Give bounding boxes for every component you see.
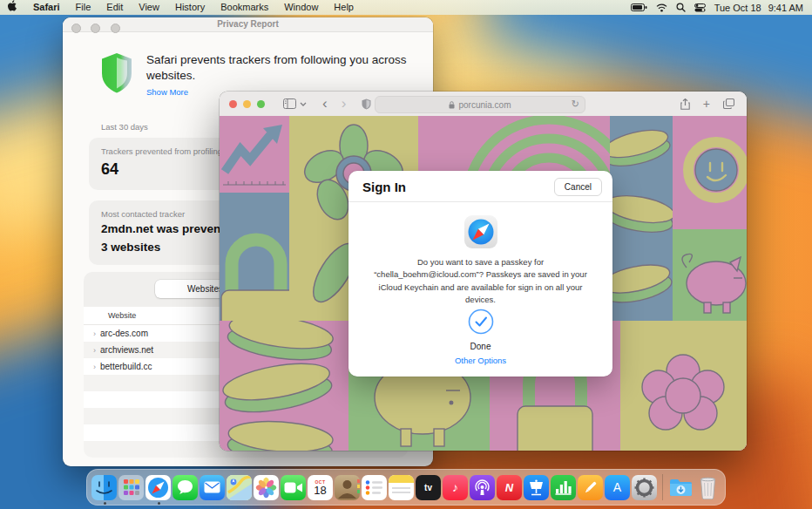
dock-finder-icon[interactable] (91, 475, 117, 500)
confirm-check-icon[interactable] (468, 309, 494, 338)
search-icon[interactable] (676, 3, 686, 12)
website-name: archviews.net (100, 345, 153, 355)
share-icon[interactable] (680, 98, 690, 110)
safari-app-icon (464, 214, 498, 253)
menu-bar-status: Tue Oct 18 9:41 AM (631, 3, 812, 13)
privacy-titlebar[interactable]: Privacy Report (63, 17, 433, 32)
menu-bar: Safari File Edit View History Bookmarks … (0, 0, 812, 15)
menu-item-edit[interactable]: Edit (98, 0, 131, 15)
url-text: porcunia.com (458, 100, 511, 110)
safari-window: ‹ › porcunia.com ↻ + (220, 92, 747, 451)
appstore-label: A (613, 480, 621, 494)
website-name: betterbuild.cc (100, 362, 152, 371)
tab-overview-icon[interactable] (723, 98, 734, 109)
control-center-icon[interactable] (694, 3, 706, 12)
done-label: Done (348, 342, 612, 351)
dock-notes-icon[interactable] (389, 475, 414, 500)
dialog-body-text: Do you want to save a passkey for “chell… (363, 256, 598, 306)
period-label: Last 30 days (101, 122, 148, 132)
dock-tv-icon[interactable]: tv (416, 475, 441, 500)
dock: OCT 18 tv ♪ N A (86, 469, 726, 506)
dock-mail-icon[interactable] (200, 475, 225, 500)
sidebar-icon[interactable] (283, 98, 296, 109)
safari-toolbar: ‹ › porcunia.com ↻ + (220, 92, 747, 117)
sign-in-dialog: Sign In Cancel Do you want to save a pas… (348, 171, 612, 377)
dock-safari-icon[interactable] (145, 475, 171, 500)
apple-menu-icon[interactable] (0, 0, 25, 16)
privacy-shield-toolbar-icon[interactable] (362, 98, 371, 110)
menu-item-view[interactable]: View (131, 0, 167, 15)
toolbar-right-group: + (680, 92, 734, 116)
menu-item-bookmarks[interactable]: Bookmarks (213, 0, 276, 15)
apple-logo-icon (8, 0, 17, 11)
dock-downloads-icon[interactable] (668, 475, 694, 500)
dock-photos-icon[interactable] (254, 475, 279, 500)
dock-facetime-icon[interactable] (281, 475, 306, 500)
chevron-down-icon[interactable] (300, 102, 307, 106)
dock-trash-icon[interactable] (695, 475, 721, 500)
dock-music-icon[interactable]: ♪ (443, 475, 468, 500)
lock-icon (449, 101, 455, 109)
tile-lock-arch (220, 193, 289, 321)
menu-clock[interactable]: Tue Oct 18 9:41 AM (714, 3, 803, 13)
dock-reminders-icon[interactable] (362, 475, 387, 500)
tv-label: tv (424, 483, 432, 492)
tile-chart-arrow (220, 116, 289, 193)
privacy-window-title: Privacy Report (63, 19, 433, 29)
new-tab-icon[interactable]: + (703, 97, 710, 111)
battery-icon[interactable] (631, 3, 647, 11)
tile-pink-flower (620, 321, 747, 451)
website-name: arc-des.com (100, 329, 148, 338)
dock-contacts-icon[interactable] (335, 475, 360, 500)
tile-falling-coins (610, 116, 673, 321)
news-label: N (505, 481, 513, 494)
safari-running-indicator (158, 502, 160, 505)
other-options-link[interactable]: Other Options (348, 356, 612, 365)
dock-launchpad-icon[interactable] (118, 475, 144, 500)
safari-traffic-lights (229, 100, 271, 108)
disclosure-icon[interactable]: › (84, 329, 96, 338)
dock-news-icon[interactable]: N (497, 475, 522, 500)
dialog-title: Sign In (362, 180, 406, 194)
menu-time: 9:41 AM (768, 3, 803, 13)
wifi-icon[interactable] (656, 3, 667, 12)
privacy-headline: Safari prevents trackers from following … (146, 52, 412, 84)
menu-item-window[interactable]: Window (276, 0, 326, 15)
dock-settings-icon[interactable] (632, 475, 657, 500)
menu-item-history[interactable]: History (167, 0, 213, 15)
calendar-day: 18 (314, 485, 326, 497)
menu-date: Tue Oct 18 (714, 3, 761, 13)
tile-coin-stack (220, 321, 348, 451)
back-button[interactable]: ‹ (322, 96, 328, 112)
disclosure-icon[interactable]: › (84, 346, 96, 355)
dock-messages-icon[interactable] (173, 475, 198, 500)
dock-podcasts-icon[interactable] (470, 475, 495, 500)
address-bar[interactable]: porcunia.com ↻ (375, 96, 585, 113)
dock-pages-icon[interactable] (578, 475, 603, 500)
menu-item-help[interactable]: Help (326, 0, 362, 15)
tile-pink-pig (673, 229, 747, 321)
finder-running-indicator (104, 502, 106, 505)
dock-appstore-icon[interactable]: A (605, 475, 630, 500)
minimize-button[interactable] (243, 100, 251, 108)
dock-separator (662, 474, 663, 500)
cancel-button[interactable]: Cancel (554, 178, 602, 196)
zoom-button[interactable] (257, 100, 265, 108)
disclosure-icon[interactable]: › (84, 363, 96, 371)
close-button[interactable] (229, 100, 237, 108)
dock-calendar-icon[interactable]: OCT 18 (308, 475, 333, 500)
menu-item-file[interactable]: File (68, 0, 99, 15)
dock-maps-icon[interactable] (227, 475, 252, 500)
dock-keynote-icon[interactable] (524, 475, 549, 500)
dock-numbers-icon[interactable] (551, 475, 576, 500)
music-note-glyph: ♪ (452, 480, 458, 494)
tile-smiley-coin (673, 116, 747, 229)
reload-icon[interactable]: ↻ (572, 98, 579, 110)
menu-app-name[interactable]: Safari (25, 0, 68, 15)
forward-button[interactable]: › (342, 96, 347, 112)
privacy-shield-icon (99, 52, 134, 97)
show-more-link[interactable]: Show More (146, 87, 188, 97)
menu-bar-left: Safari File Edit View History Bookmarks … (0, 0, 362, 16)
dialog-separator (348, 201, 612, 202)
